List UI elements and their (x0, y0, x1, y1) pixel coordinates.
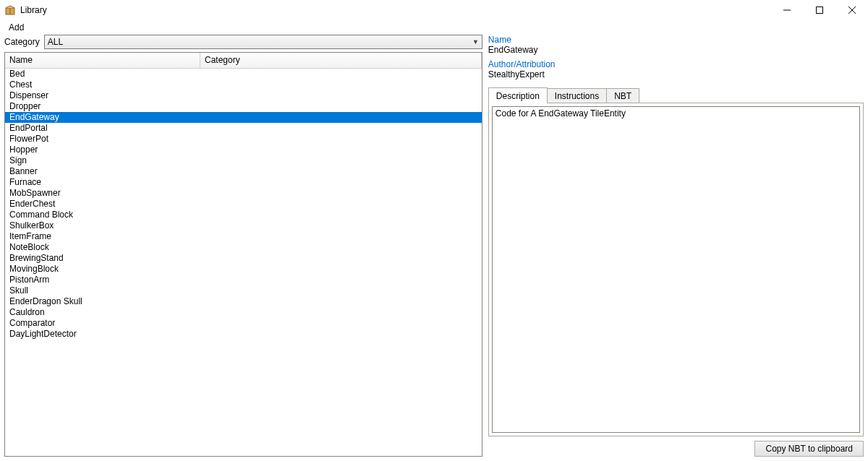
close-button[interactable] (835, 0, 868, 20)
window-title: Library (20, 5, 47, 15)
app-icon (4, 4, 16, 16)
minimize-button[interactable] (770, 0, 803, 20)
titlebar: Library (0, 0, 868, 20)
menu-add[interactable]: Add (4, 21, 28, 34)
menubar: Add (0, 20, 868, 35)
svg-rect-3 (816, 7, 822, 14)
maximize-button[interactable] (803, 0, 835, 20)
window-controls (770, 0, 868, 20)
